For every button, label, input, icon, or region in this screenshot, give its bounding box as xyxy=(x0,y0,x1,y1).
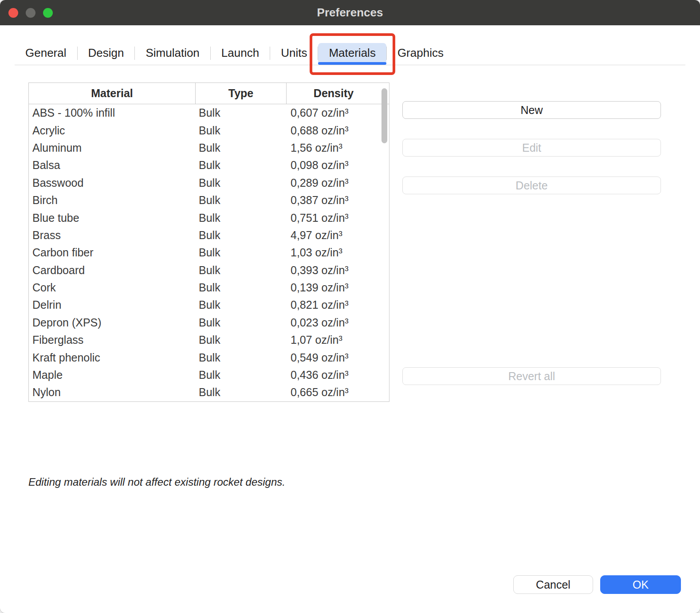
table-cell: 1,07 oz/in³ xyxy=(287,331,381,349)
delete-button[interactable]: Delete xyxy=(402,177,661,194)
table-cell: 0,393 oz/in³ xyxy=(287,262,381,279)
table-cell: Nylon xyxy=(29,384,196,401)
tab-materials[interactable]: Materials xyxy=(318,43,386,63)
table-cell: 0,665 oz/in³ xyxy=(287,384,381,401)
table-cell: Acrylic xyxy=(29,122,196,139)
table-row[interactable]: Carbon fiberBulk1,03 oz/in³ xyxy=(29,244,389,261)
table-cell: Bulk xyxy=(196,104,287,122)
table-cell: Fiberglass xyxy=(29,331,196,349)
tab-launch[interactable]: Launch xyxy=(211,43,270,63)
table-cell: Bulk xyxy=(196,227,287,244)
table-cell: Cardboard xyxy=(29,262,196,279)
table-cell: 0,098 oz/in³ xyxy=(287,157,381,174)
new-button[interactable]: New xyxy=(402,101,661,119)
table-row[interactable]: AluminumBulk1,56 oz/in³ xyxy=(29,139,389,157)
table-row[interactable]: BasswoodBulk0,289 oz/in³ xyxy=(29,174,389,192)
preferences-window: Preferences GeneralDesignSimulationLaunc… xyxy=(0,0,700,613)
table-cell: 0,751 oz/in³ xyxy=(287,209,381,226)
table-cell: 1,56 oz/in³ xyxy=(287,139,381,157)
table-cell: Bulk xyxy=(196,366,287,384)
table-row[interactable]: NylonBulk0,665 oz/in³ xyxy=(29,384,389,401)
table-cell: Bulk xyxy=(196,296,287,314)
materials-table: MaterialTypeDensity ABS - 100% infillBul… xyxy=(28,83,389,402)
table-cell: Balsa xyxy=(29,157,196,174)
table-cell: Brass xyxy=(29,227,196,244)
table-row[interactable]: Depron (XPS)Bulk0,023 oz/in³ xyxy=(29,314,389,331)
table-cell: Basswood xyxy=(29,174,196,192)
revert-all-button[interactable]: Revert all xyxy=(402,367,661,385)
tab-bar: GeneralDesignSimulationLaunchUnitsMateri… xyxy=(15,42,685,64)
table-row[interactable]: CardboardBulk0,393 oz/in³ xyxy=(29,262,389,279)
table-cell: Bulk xyxy=(196,192,287,209)
scrollbar[interactable] xyxy=(380,84,389,401)
red-annotation-box xyxy=(310,33,395,75)
table-cell: Bulk xyxy=(196,349,287,366)
table-row[interactable]: ABS - 100% infillBulk0,607 oz/in³ xyxy=(29,104,389,122)
table-row[interactable]: BalsaBulk0,098 oz/in³ xyxy=(29,157,389,174)
table-cell: 0,289 oz/in³ xyxy=(287,174,381,192)
materials-note: Editing materials will not affect existi… xyxy=(28,476,285,488)
table-cell: Bulk xyxy=(196,174,287,192)
tab-design[interactable]: Design xyxy=(78,43,135,63)
table-cell: 0,607 oz/in³ xyxy=(287,104,381,122)
table-cell: 1,03 oz/in³ xyxy=(287,244,381,261)
table-cell: Blue tube xyxy=(29,209,196,226)
table-cell: Delrin xyxy=(29,296,196,314)
tab-general[interactable]: General xyxy=(15,43,77,63)
table-cell: Bulk xyxy=(196,262,287,279)
column-header-density[interactable]: Density xyxy=(287,83,381,104)
table-cell: Bulk xyxy=(196,384,287,401)
table-cell: Bulk xyxy=(196,157,287,174)
table-cell: Aluminum xyxy=(29,139,196,157)
table-cell: 0,821 oz/in³ xyxy=(287,296,381,314)
table-cell: Depron (XPS) xyxy=(29,314,196,331)
table-cell: Cork xyxy=(29,279,196,296)
table-row[interactable]: DelrinBulk0,821 oz/in³ xyxy=(29,296,389,314)
table-cell: 0,139 oz/in³ xyxy=(287,279,381,296)
table-row[interactable]: Blue tubeBulk0,751 oz/in³ xyxy=(29,209,389,226)
edit-button[interactable]: Edit xyxy=(402,139,661,157)
table-cell: 0,549 oz/in³ xyxy=(287,349,381,366)
tab-units[interactable]: Units xyxy=(270,43,318,63)
table-cell: Bulk xyxy=(196,314,287,331)
cancel-button[interactable]: Cancel xyxy=(513,575,593,594)
table-row[interactable]: Kraft phenolicBulk0,549 oz/in³ xyxy=(29,349,389,366)
table-cell: Birch xyxy=(29,192,196,209)
table-row[interactable]: BrassBulk4,97 oz/in³ xyxy=(29,227,389,244)
table-row[interactable]: BirchBulk0,387 oz/in³ xyxy=(29,192,389,209)
table-cell: ABS - 100% infill xyxy=(29,104,196,122)
window-title: Preferences xyxy=(0,0,700,25)
scrollbar-thumb[interactable] xyxy=(381,88,387,143)
table-cell: 4,97 oz/in³ xyxy=(287,227,381,244)
tab-separator-line xyxy=(15,65,685,65)
table-cell: Bulk xyxy=(196,209,287,226)
table-cell: Bulk xyxy=(196,139,287,157)
title-bar: Preferences xyxy=(0,0,700,25)
table-cell: 0,436 oz/in³ xyxy=(287,366,381,384)
table-row[interactable]: FiberglassBulk1,07 oz/in³ xyxy=(29,331,389,349)
table-cell: 0,387 oz/in³ xyxy=(287,192,381,209)
table-cell: Bulk xyxy=(196,244,287,261)
tab-graphics[interactable]: Graphics xyxy=(387,43,454,63)
table-row[interactable]: MapleBulk0,436 oz/in³ xyxy=(29,366,389,384)
table-cell: Bulk xyxy=(196,122,287,139)
tab-simulation[interactable]: Simulation xyxy=(135,43,210,63)
table-cell: 0,023 oz/in³ xyxy=(287,314,381,331)
table-cell: 0,688 oz/in³ xyxy=(287,122,381,139)
table-header: MaterialTypeDensity xyxy=(29,83,389,104)
table-row[interactable]: AcrylicBulk0,688 oz/in³ xyxy=(29,122,389,139)
table-row[interactable]: CorkBulk0,139 oz/in³ xyxy=(29,279,389,296)
column-header-type[interactable]: Type xyxy=(196,83,287,104)
table-cell: Maple xyxy=(29,366,196,384)
table-cell: Kraft phenolic xyxy=(29,349,196,366)
table-cell: Bulk xyxy=(196,279,287,296)
ok-button[interactable]: OK xyxy=(600,575,681,594)
column-header-material[interactable]: Material xyxy=(29,83,196,104)
table-cell: Carbon fiber xyxy=(29,244,196,261)
table-cell: Bulk xyxy=(196,331,287,349)
table-body: ABS - 100% infillBulk0,607 oz/in³Acrylic… xyxy=(29,104,389,401)
